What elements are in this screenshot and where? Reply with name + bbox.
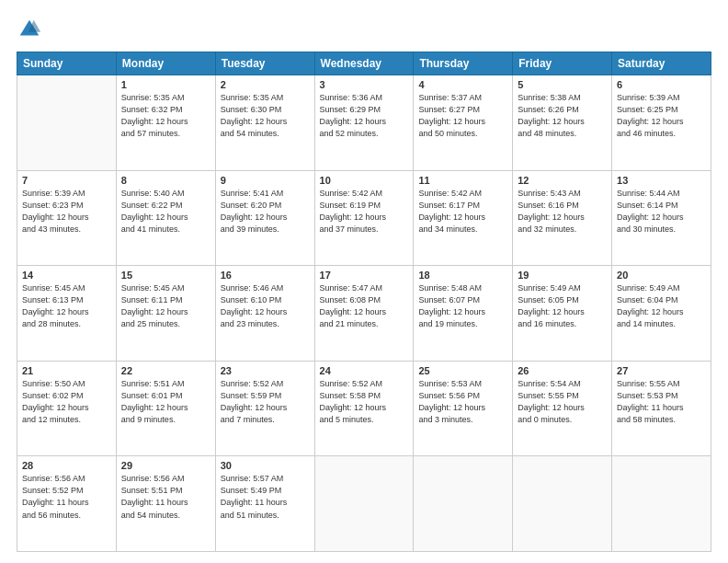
day-info: Sunrise: 5:52 AMSunset: 5:58 PMDaylight:… xyxy=(320,378,409,426)
day-number: 19 xyxy=(518,270,607,281)
day-info: Sunrise: 5:56 AMSunset: 5:52 PMDaylight:… xyxy=(22,473,111,521)
calendar-cell: 13Sunrise: 5:44 AMSunset: 6:14 PMDayligh… xyxy=(612,170,711,266)
day-info: Sunrise: 5:43 AMSunset: 6:16 PMDaylight:… xyxy=(518,188,607,236)
calendar-cell: 12Sunrise: 5:43 AMSunset: 6:16 PMDayligh… xyxy=(513,170,612,266)
day-info: Sunrise: 5:42 AMSunset: 6:17 PMDaylight:… xyxy=(418,188,507,236)
day-info: Sunrise: 5:49 AMSunset: 6:04 PMDaylight:… xyxy=(617,282,706,330)
day-number: 8 xyxy=(121,175,210,186)
calendar-cell xyxy=(612,456,711,552)
day-number: 27 xyxy=(617,365,706,376)
calendar-cell xyxy=(414,456,513,552)
weekday-header-monday: Monday xyxy=(116,52,215,75)
day-number: 7 xyxy=(22,175,111,186)
day-info: Sunrise: 5:51 AMSunset: 6:01 PMDaylight:… xyxy=(121,378,210,426)
calendar-cell: 26Sunrise: 5:54 AMSunset: 5:55 PMDayligh… xyxy=(513,361,612,456)
calendar-week-row: 28Sunrise: 5:56 AMSunset: 5:52 PMDayligh… xyxy=(17,456,711,552)
day-info: Sunrise: 5:35 AMSunset: 6:30 PMDaylight:… xyxy=(221,92,310,140)
calendar-cell: 20Sunrise: 5:49 AMSunset: 6:04 PMDayligh… xyxy=(612,266,711,362)
day-number: 3 xyxy=(320,79,409,90)
calendar-cell: 10Sunrise: 5:42 AMSunset: 6:19 PMDayligh… xyxy=(314,170,414,266)
day-info: Sunrise: 5:36 AMSunset: 6:29 PMDaylight:… xyxy=(320,92,409,140)
logo-icon xyxy=(17,17,42,42)
calendar-cell: 2Sunrise: 5:35 AMSunset: 6:30 PMDaylight… xyxy=(215,75,314,171)
day-number: 14 xyxy=(22,270,111,281)
day-number: 22 xyxy=(121,365,210,376)
calendar-cell: 25Sunrise: 5:53 AMSunset: 5:56 PMDayligh… xyxy=(414,361,513,456)
calendar-cell xyxy=(513,456,612,552)
day-number: 16 xyxy=(221,270,310,281)
day-number: 20 xyxy=(617,270,706,281)
day-info: Sunrise: 5:38 AMSunset: 6:26 PMDaylight:… xyxy=(518,92,607,140)
calendar-cell: 5Sunrise: 5:38 AMSunset: 6:26 PMDaylight… xyxy=(513,75,612,171)
calendar-cell: 15Sunrise: 5:45 AMSunset: 6:11 PMDayligh… xyxy=(116,266,215,362)
calendar-week-row: 7Sunrise: 5:39 AMSunset: 6:23 PMDaylight… xyxy=(17,170,711,266)
calendar-cell: 18Sunrise: 5:48 AMSunset: 6:07 PMDayligh… xyxy=(414,266,513,362)
calendar-table: SundayMondayTuesdayWednesdayThursdayFrid… xyxy=(17,52,711,552)
calendar-cell xyxy=(314,456,414,552)
day-number: 28 xyxy=(22,460,111,471)
calendar-cell: 19Sunrise: 5:49 AMSunset: 6:05 PMDayligh… xyxy=(513,266,612,362)
day-info: Sunrise: 5:35 AMSunset: 6:32 PMDaylight:… xyxy=(121,92,210,140)
calendar-week-row: 14Sunrise: 5:45 AMSunset: 6:13 PMDayligh… xyxy=(17,266,711,362)
calendar-cell: 3Sunrise: 5:36 AMSunset: 6:29 PMDaylight… xyxy=(314,75,414,171)
calendar-cell: 22Sunrise: 5:51 AMSunset: 6:01 PMDayligh… xyxy=(116,361,215,456)
weekday-header-thursday: Thursday xyxy=(414,52,513,75)
day-number: 5 xyxy=(518,79,607,90)
day-info: Sunrise: 5:57 AMSunset: 5:49 PMDaylight:… xyxy=(221,473,310,521)
day-info: Sunrise: 5:55 AMSunset: 5:53 PMDaylight:… xyxy=(617,378,706,426)
day-info: Sunrise: 5:40 AMSunset: 6:22 PMDaylight:… xyxy=(121,188,210,236)
day-info: Sunrise: 5:53 AMSunset: 5:56 PMDaylight:… xyxy=(418,378,507,426)
day-number: 2 xyxy=(221,79,310,90)
day-number: 15 xyxy=(121,270,210,281)
day-number: 6 xyxy=(617,79,706,90)
day-number: 10 xyxy=(320,175,409,186)
day-info: Sunrise: 5:44 AMSunset: 6:14 PMDaylight:… xyxy=(617,188,706,236)
calendar-cell: 7Sunrise: 5:39 AMSunset: 6:23 PMDaylight… xyxy=(17,170,117,266)
day-info: Sunrise: 5:47 AMSunset: 6:08 PMDaylight:… xyxy=(320,282,409,330)
day-info: Sunrise: 5:48 AMSunset: 6:07 PMDaylight:… xyxy=(418,282,507,330)
day-number: 26 xyxy=(518,365,607,376)
calendar-cell: 4Sunrise: 5:37 AMSunset: 6:27 PMDaylight… xyxy=(414,75,513,171)
day-number: 18 xyxy=(418,270,507,281)
day-number: 25 xyxy=(418,365,507,376)
day-number: 24 xyxy=(320,365,409,376)
day-info: Sunrise: 5:54 AMSunset: 5:55 PMDaylight:… xyxy=(518,378,607,426)
day-number: 21 xyxy=(22,365,111,376)
calendar-cell xyxy=(17,75,117,171)
day-info: Sunrise: 5:45 AMSunset: 6:11 PMDaylight:… xyxy=(121,282,210,330)
day-number: 9 xyxy=(221,175,310,186)
page: SundayMondayTuesdayWednesdayThursdayFrid… xyxy=(0,0,728,563)
calendar-cell: 17Sunrise: 5:47 AMSunset: 6:08 PMDayligh… xyxy=(314,266,414,362)
day-info: Sunrise: 5:37 AMSunset: 6:27 PMDaylight:… xyxy=(418,92,507,140)
calendar-cell: 24Sunrise: 5:52 AMSunset: 5:58 PMDayligh… xyxy=(314,361,414,456)
day-info: Sunrise: 5:45 AMSunset: 6:13 PMDaylight:… xyxy=(22,282,111,330)
calendar-cell: 6Sunrise: 5:39 AMSunset: 6:25 PMDaylight… xyxy=(612,75,711,171)
calendar-cell: 8Sunrise: 5:40 AMSunset: 6:22 PMDaylight… xyxy=(116,170,215,266)
calendar-cell: 1Sunrise: 5:35 AMSunset: 6:32 PMDaylight… xyxy=(116,75,215,171)
day-info: Sunrise: 5:50 AMSunset: 6:02 PMDaylight:… xyxy=(22,378,111,426)
calendar-cell: 21Sunrise: 5:50 AMSunset: 6:02 PMDayligh… xyxy=(17,361,117,456)
day-number: 1 xyxy=(121,79,210,90)
weekday-header-wednesday: Wednesday xyxy=(314,52,414,75)
calendar-cell: 9Sunrise: 5:41 AMSunset: 6:20 PMDaylight… xyxy=(215,170,314,266)
day-number: 17 xyxy=(320,270,409,281)
calendar-cell: 28Sunrise: 5:56 AMSunset: 5:52 PMDayligh… xyxy=(17,456,117,552)
day-number: 13 xyxy=(617,175,706,186)
day-number: 23 xyxy=(221,365,310,376)
calendar-cell: 27Sunrise: 5:55 AMSunset: 5:53 PMDayligh… xyxy=(612,361,711,456)
calendar-cell: 11Sunrise: 5:42 AMSunset: 6:17 PMDayligh… xyxy=(414,170,513,266)
day-info: Sunrise: 5:39 AMSunset: 6:25 PMDaylight:… xyxy=(617,92,706,140)
calendar-cell: 23Sunrise: 5:52 AMSunset: 5:59 PMDayligh… xyxy=(215,361,314,456)
weekday-header-friday: Friday xyxy=(513,52,612,75)
day-info: Sunrise: 5:42 AMSunset: 6:19 PMDaylight:… xyxy=(320,188,409,236)
header xyxy=(17,17,711,42)
calendar-week-row: 1Sunrise: 5:35 AMSunset: 6:32 PMDaylight… xyxy=(17,75,711,171)
day-info: Sunrise: 5:46 AMSunset: 6:10 PMDaylight:… xyxy=(221,282,310,330)
logo xyxy=(17,17,48,42)
day-info: Sunrise: 5:41 AMSunset: 6:20 PMDaylight:… xyxy=(221,188,310,236)
day-number: 30 xyxy=(221,460,310,471)
day-number: 12 xyxy=(518,175,607,186)
weekday-header-tuesday: Tuesday xyxy=(215,52,314,75)
weekday-header-saturday: Saturday xyxy=(612,52,711,75)
calendar-cell: 30Sunrise: 5:57 AMSunset: 5:49 PMDayligh… xyxy=(215,456,314,552)
